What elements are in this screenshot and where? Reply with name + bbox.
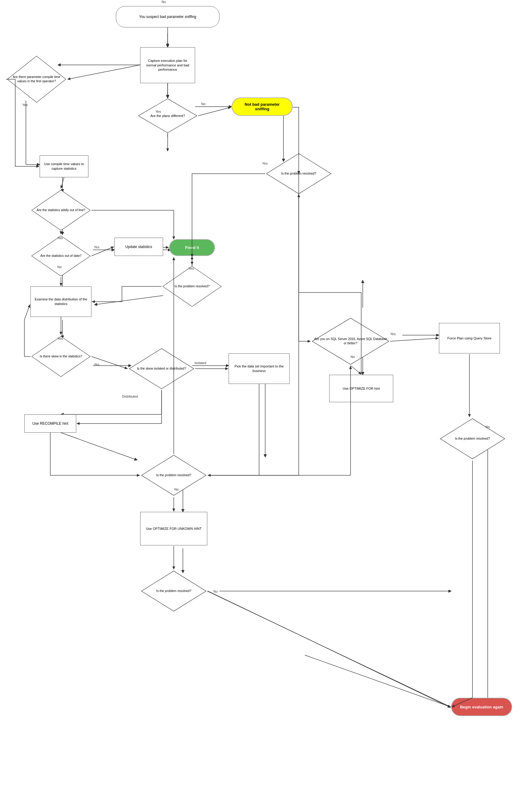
d-prob-resolved-right-node: Is the problem resolved?	[439, 417, 506, 460]
label-yes1: Yes	[22, 103, 28, 107]
d-skew-label: Is there skew in the statistics?	[37, 351, 85, 362]
d-skew-isolated-label: Is the skew isolated or distributed?	[134, 363, 189, 374]
arrows-overlay	[0, 0, 531, 812]
label-yes7: Yes	[94, 363, 99, 366]
d-stats-date-label: Are the statistics out of date?	[37, 251, 84, 261]
force-plan-label: Force Plan using Query Store	[447, 336, 492, 340]
label-no7: No	[486, 425, 490, 429]
start-label: You suspect bad parameter sniffing	[139, 15, 196, 19]
d-prob-resolved1-label: Is the problem resolved?	[172, 281, 213, 292]
start-node: You suspect bad parameter sniffing	[116, 6, 219, 27]
fixed-label: Fixed it	[185, 245, 199, 250]
d-prob-top-right-label: Is the problem resolved?	[278, 169, 319, 179]
arrows-layer	[0, 0, 531, 812]
fixed-node: Fixed it	[169, 239, 215, 256]
svg-line-24	[61, 433, 137, 460]
pick-dataset-label: Pick the data set important to the busin…	[232, 364, 286, 373]
d-prob-resolved4-node: Is the problem resolved?	[140, 570, 207, 612]
begin-again-node: Begin evaluation again	[451, 698, 512, 716]
label-no4: No	[174, 488, 178, 491]
capture-node: Capture execution plan for normal perfor…	[140, 47, 195, 83]
svg-line-64	[390, 338, 438, 341]
d-stats-wild-label: Are the statistics wildly out of line?	[33, 205, 88, 215]
label-yes5: Yes	[188, 266, 194, 270]
d-prob-resolved3-label: Is the problem resolved?	[153, 470, 195, 480]
svg-line-63	[305, 655, 450, 707]
svg-line-51	[198, 107, 231, 116]
d-prob-resolved3-node: Is the problem resolved?	[140, 454, 207, 497]
use-compile-node: Use compile time values to capture stati…	[40, 155, 88, 177]
use-recompile-node: Use RECOMPILE hint	[24, 415, 76, 433]
update-stats-node: Update statistics	[114, 238, 163, 256]
label-yes8: Yes	[390, 332, 396, 336]
label-yes9: Yes	[262, 161, 268, 165]
pick-dataset-node: Pick the data set important to the busin…	[229, 353, 290, 384]
examine-data-label: Examine the data distribution of the sta…	[34, 297, 88, 306]
label-no1: No	[201, 102, 205, 106]
d-stats-date-node: Are the statistics out of date?	[30, 235, 91, 277]
label-no6: No	[350, 355, 355, 359]
capture-label: Capture execution plan for normal perfor…	[144, 58, 192, 72]
update-stats-label: Update statistics	[125, 245, 152, 249]
label-isolated: Isolated	[195, 361, 206, 365]
label-yes6: Yes	[57, 337, 63, 340]
d-sql2016-label: Are you on SQL Server 2016, Azure SQL Da…	[311, 334, 390, 348]
d-prob-resolved4-label: Is the problem resolved?	[153, 586, 195, 596]
label-distributed: Distributed	[122, 395, 138, 398]
use-optimize-unkown-node: Use OPTIMIZE FOR UNKOWN HINT	[140, 512, 207, 546]
flowchart-canvas: You suspect bad parameter sniffing Captu…	[0, 0, 531, 812]
use-recompile-label: Use RECOMPILE hint	[32, 421, 68, 426]
not-bad-node: Not bad parameter sniffing	[232, 98, 292, 116]
svg-line-48	[68, 65, 140, 79]
d-skew-isolated-node: Is the skew isolated or distributed?	[128, 347, 195, 390]
d-stats-wild-node: Are the statistics wildly out of line?	[30, 189, 91, 232]
not-bad-label: Not bad parameter sniffing	[237, 102, 287, 111]
svg-line-52	[61, 177, 64, 188]
use-optimize-label: Use OPTIMIZE FOR hint	[343, 386, 380, 391]
svg-line-65	[350, 366, 361, 374]
use-compile-label: Use compile time values to capture stati…	[43, 162, 85, 171]
force-plan-node: Force Plan using Query Store	[439, 323, 500, 353]
label-no5: No	[213, 590, 218, 593]
d-compile-node: Are there parameter compile time values …	[6, 55, 67, 104]
d-plans-diff-node: Are the plans different?	[137, 98, 198, 134]
d-prob-resolved1-node: Is the problem resolved?	[161, 265, 223, 308]
d-plans-diff-label: Are the plans different?	[147, 111, 188, 121]
d-compile-label: Are there parameter compile time values …	[6, 72, 67, 86]
begin-again-label: Begin evaluation again	[460, 705, 503, 709]
d-prob-resolved-right-label: Is the problem resolved?	[452, 434, 493, 444]
label-no2: No	[57, 265, 61, 269]
d-skew-node: Is there skew in the statistics?	[30, 335, 91, 378]
label-yes4: Yes	[94, 245, 99, 249]
examine-data-node: Examine the data distribution of the sta…	[30, 286, 91, 317]
use-optimize-node: Use OPTIMIZE FOR hint	[329, 375, 393, 402]
label-yes3: Yes	[57, 236, 63, 240]
d-prob-top-right-node: Is the problem resolved?	[265, 153, 332, 195]
svg-line-18	[95, 295, 163, 305]
label-no3: No	[161, 0, 166, 4]
use-optimize-unkown-label: Use OPTIMIZE FOR UNKOWN HINT	[146, 526, 202, 531]
